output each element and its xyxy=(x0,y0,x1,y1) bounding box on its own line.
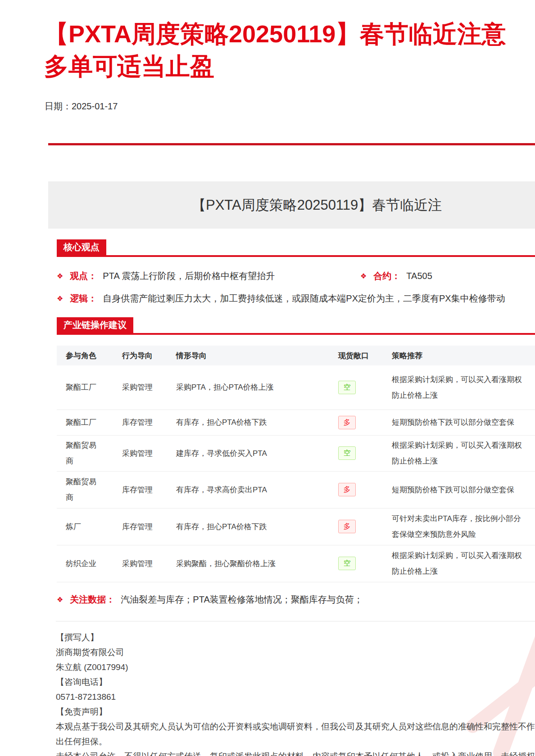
footer-block: 【撰写人】 浙商期货有限公司 朱立航 (Z0017994) 【咨询电话】 057… xyxy=(56,630,535,756)
viewpoint-row: ❖观点：PTA 震荡上行阶段，后期价格中枢有望抬升 xyxy=(57,270,275,283)
cell-role: 纺织企业 xyxy=(57,545,122,582)
exposure-badge: 多 xyxy=(338,483,356,496)
table-row: 纺织企业 采购管理 采购聚酯，担心聚酯价格上涨 空 根据采购计划采购，可以买入看… xyxy=(57,545,535,582)
cell-scenario: 有库存，担心PTA价格下跌 xyxy=(176,508,338,545)
cell-strategy: 可针对未卖出PTA库存，按比例小部分套保做空来预防意外风险 xyxy=(392,508,535,545)
contract-label: 合约： xyxy=(373,271,400,281)
cell-scenario: 采购聚酯，担心聚酯价格上涨 xyxy=(176,545,338,582)
footer-company: 浙商期货有限公司 xyxy=(56,645,535,660)
section-header-core: 核心观点 xyxy=(57,239,535,257)
cell-exposure: 空 xyxy=(338,435,392,471)
report-banner-title: 【PXTA周度策略20250119】春节临近注 xyxy=(192,181,442,229)
footer-disclaimer-line2: 出任何担保。 xyxy=(56,734,535,749)
viewpoint-value: PTA 震荡上行阶段，后期价格中枢有望抬升 xyxy=(103,271,275,281)
cell-exposure: 空 xyxy=(338,365,392,410)
publish-date: 日期：2025-01-17 xyxy=(45,100,118,112)
footer-disclaimer-line3: 未经本公司允许，不得以任何方式传送、复印或派发此观点的材料、内容或复印本予以任何… xyxy=(56,749,535,756)
diamond-bullet-icon: ❖ xyxy=(57,295,63,302)
cell-behavior: 采购管理 xyxy=(122,435,176,471)
cell-role: 聚酯贸易商 xyxy=(57,471,122,508)
cell-exposure: 多 xyxy=(338,471,392,508)
logic-value: 自身供需产能过剩压力太大，加工费持续低迷，或跟随成本端PX定价为主，二季度有PX… xyxy=(103,293,505,303)
cell-strategy: 短期预防价格下跌可以部分做空套保 xyxy=(392,410,535,435)
diamond-bullet-icon: ❖ xyxy=(57,596,63,603)
focus-data-label: 关注数据： xyxy=(70,594,115,604)
article-page: 【PXTA周度策略20250119】春节临近注意 多单可适当止盈 日期：2025… xyxy=(0,0,535,756)
exposure-badge: 空 xyxy=(338,381,356,394)
cell-behavior: 库存管理 xyxy=(122,508,176,545)
cell-scenario: 建库存，寻求低价买入PTA xyxy=(176,435,338,471)
cell-strategy: 根据采购计划采购，可以买入看涨期权防止价格上涨 xyxy=(392,545,535,582)
footer-disclaimer-heading: 【免责声明】 xyxy=(56,704,535,719)
cell-behavior: 采购管理 xyxy=(122,545,176,582)
exposure-badge: 多 xyxy=(338,416,356,429)
section-header-advice: 产业链操作建议 xyxy=(57,317,535,335)
diamond-bullet-icon: ❖ xyxy=(57,272,63,280)
focus-data-value: 汽油裂差与库存；PTA装置检修落地情况；聚酯库存与负荷； xyxy=(121,594,363,604)
contract-value: TA505 xyxy=(406,271,432,281)
cell-strategy: 短期预防价格下跌可以部分做空套保 xyxy=(392,471,535,508)
table-row: 聚酯工厂 采购管理 采购PTA，担心PTA价格上涨 空 根据采购计划采购，可以买… xyxy=(57,365,535,410)
cell-scenario: 有库存，寻求高价卖出PTA xyxy=(176,471,338,508)
footer-divider-rule xyxy=(56,621,535,621)
table-row: 聚酯工厂 库存管理 有库存，担心PTA价格下跌 多 短期预防价格下跌可以部分做空… xyxy=(57,410,535,435)
section-badge-core: 核心观点 xyxy=(57,239,106,255)
top-divider-rule xyxy=(48,143,535,145)
cell-behavior: 库存管理 xyxy=(122,471,176,508)
cell-behavior: 采购管理 xyxy=(122,365,176,410)
cell-behavior: 库存管理 xyxy=(122,410,176,435)
contract-row: ❖合约：TA505 xyxy=(360,270,432,283)
cell-exposure: 多 xyxy=(338,508,392,545)
page-title: 【PXTA周度策略20250119】春节临近注意 多单可适当止盈 xyxy=(44,18,506,82)
table-header-row: 参与角色 行为导向 情形导向 现货敞口 策略推荐 xyxy=(57,346,535,365)
cell-role: 聚酯工厂 xyxy=(57,365,122,410)
column-header-role: 参与角色 xyxy=(57,346,122,365)
cell-role: 聚酯贸易商 xyxy=(57,435,122,471)
footer-phone-heading: 【咨询电话】 xyxy=(56,675,535,689)
cell-scenario: 采购PTA，担心PTA价格上涨 xyxy=(176,365,338,410)
cell-strategy: 根据采购计划采购，可以买入看涨期权防止价格上涨 xyxy=(392,435,535,471)
page-title-line2: 多单可适当止盈 xyxy=(44,50,506,82)
page-title-line1: 【PXTA周度策略20250119】春节临近注意 xyxy=(44,18,506,50)
diamond-bullet-icon: ❖ xyxy=(360,272,367,280)
section-badge-advice: 产业链操作建议 xyxy=(57,317,133,333)
cell-exposure: 空 xyxy=(338,545,392,582)
footer-phone-number: 0571-87213861 xyxy=(56,689,535,704)
viewpoint-label: 观点： xyxy=(70,271,97,281)
logic-label: 逻辑： xyxy=(70,293,97,303)
column-header-exposure: 现货敞口 xyxy=(338,346,392,365)
table-row: 聚酯贸易商 库存管理 有库存，寻求高价卖出PTA 多 短期预防价格下跌可以部分做… xyxy=(57,471,535,508)
cell-scenario: 有库存，担心PTA价格下跌 xyxy=(176,410,338,435)
exposure-badge: 空 xyxy=(338,557,356,570)
footer-disclaimer-line1: 本观点基于我公司及其研究人员认为可信的公开资料或实地调研资料，但我公司及其研究人… xyxy=(56,719,535,734)
exposure-badge: 空 xyxy=(338,446,356,460)
cell-exposure: 多 xyxy=(338,410,392,435)
exposure-badge: 多 xyxy=(338,520,356,533)
advice-table: 参与角色 行为导向 情形导向 现货敞口 策略推荐 聚酯工厂 采购管理 采购PTA… xyxy=(57,346,535,582)
footer-analyst: 朱立航 (Z0017994) xyxy=(56,660,535,675)
focus-data-row: ❖关注数据：汽油裂差与库存；PTA装置检修落地情况；聚酯库存与负荷； xyxy=(57,593,363,606)
cell-role: 聚酯工厂 xyxy=(57,410,122,435)
column-header-scenario: 情形导向 xyxy=(176,346,338,365)
logic-row: ❖逻辑：自身供需产能过剩压力太大，加工费持续低迷，或跟随成本端PX定价为主，二季… xyxy=(57,292,505,305)
column-header-strategy: 策略推荐 xyxy=(392,346,535,365)
footer-author-heading: 【撰写人】 xyxy=(56,630,535,645)
column-header-behavior: 行为导向 xyxy=(122,346,176,365)
cell-role: 炼厂 xyxy=(57,508,122,545)
report-banner: 【PXTA周度策略20250119】春节临近注 xyxy=(48,181,535,229)
table-row: 炼厂 库存管理 有库存，担心PTA价格下跌 多 可针对未卖出PTA库存，按比例小… xyxy=(57,508,535,545)
cell-strategy: 根据采购计划采购，可以买入看涨期权防止价格上涨 xyxy=(392,365,535,410)
table-row: 聚酯贸易商 采购管理 建库存，寻求低价买入PTA 空 根据采购计划采购，可以买入… xyxy=(57,435,535,471)
